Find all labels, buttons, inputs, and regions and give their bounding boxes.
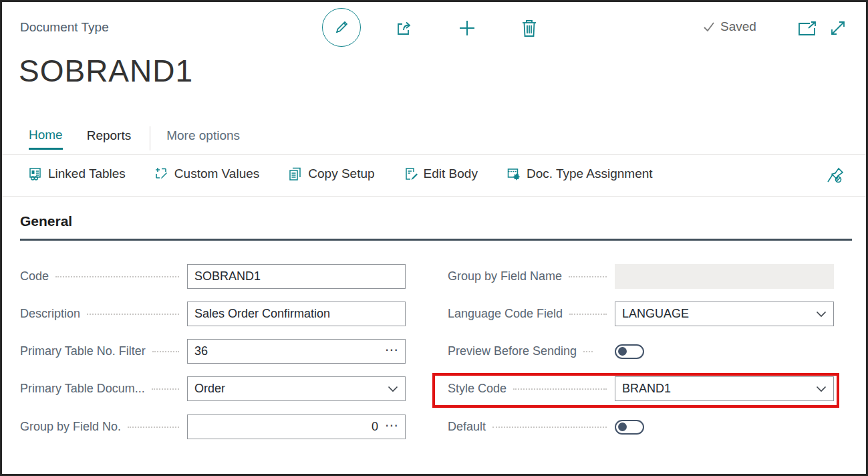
divider-under-tabs xyxy=(2,154,866,155)
section-title-general: General xyxy=(20,213,72,229)
edit-body-label: Edit Body xyxy=(424,166,478,181)
lookup-ellipsis-button[interactable]: ⋯ xyxy=(378,343,398,360)
code-label: Code xyxy=(20,269,49,283)
code-input[interactable] xyxy=(194,269,398,283)
share-icon xyxy=(395,19,414,37)
expand-page-button[interactable] xyxy=(827,17,849,39)
dotted-leader xyxy=(128,427,179,428)
language-code-field-label: Language Code Field xyxy=(448,307,563,321)
toggle-knob xyxy=(618,347,627,356)
chevron-down-icon xyxy=(816,386,827,392)
primary-table-no-filter-input[interactable] xyxy=(194,344,378,358)
delete-button[interactable] xyxy=(519,17,540,39)
custom-values-label: Custom Values xyxy=(174,166,259,181)
primary-table-document-label: Primary Table Docum... xyxy=(20,382,145,396)
edit-body-icon xyxy=(404,167,418,181)
dotted-leader xyxy=(583,351,593,352)
dotted-leader xyxy=(492,427,607,428)
field-row-group-by-field-name: Group by Field Name xyxy=(448,264,834,289)
field-row-style-code: Style Code BRAND1 xyxy=(448,376,834,401)
description-label: Description xyxy=(20,307,80,321)
copy-setup-button[interactable]: Copy Setup xyxy=(289,166,374,181)
linked-tables-button[interactable]: Linked Tables xyxy=(29,166,126,181)
field-row-code: Code xyxy=(20,264,406,289)
document-type-card-page: Document Type SOBRAND1 xyxy=(0,0,868,476)
copy-setup-label: Copy Setup xyxy=(308,166,374,181)
toggle-knob xyxy=(618,423,627,431)
dotted-leader xyxy=(569,276,607,277)
page-caption: Document Type xyxy=(20,20,109,35)
section-title-rule xyxy=(20,239,852,241)
dotted-leader xyxy=(152,388,179,390)
language-code-field-dropdown[interactable]: LANGUAGE xyxy=(615,302,834,326)
field-row-group-by-field-no: Group by Field No. ⋯ xyxy=(20,414,406,439)
preview-before-sending-label: Preview Before Sending xyxy=(448,344,577,358)
action-tabs: Home Reports More options xyxy=(29,126,240,150)
primary-table-no-filter-field[interactable]: ⋯ xyxy=(187,339,406,364)
custom-values-button[interactable]: Custom Values xyxy=(155,166,259,181)
edit-body-button[interactable]: Edit Body xyxy=(404,166,478,181)
description-input[interactable] xyxy=(194,307,398,321)
group-by-field-name-field-disabled xyxy=(615,264,834,289)
chevron-down-icon xyxy=(816,311,827,318)
tab-reports[interactable]: Reports xyxy=(87,128,132,148)
primary-table-document-value: Order xyxy=(194,382,388,396)
popout-icon xyxy=(797,20,817,37)
share-button[interactable] xyxy=(394,17,415,39)
open-in-new-window-button[interactable] xyxy=(797,19,818,38)
trash-icon xyxy=(521,18,538,38)
style-code-dropdown[interactable]: BRAND1 xyxy=(615,376,834,401)
action-bar: Linked Tables Custom Values xyxy=(29,166,653,181)
group-by-field-name-label: Group by Field Name xyxy=(448,269,562,283)
code-field[interactable] xyxy=(187,264,406,289)
doc-type-assignment-label: Doc. Type Assignment xyxy=(527,166,653,181)
field-row-description: Description xyxy=(20,302,406,326)
field-row-primary-table-no-filter: Primary Table No. Filter ⋯ xyxy=(20,339,406,364)
doc-type-assignment-icon xyxy=(507,167,521,181)
dotted-leader xyxy=(55,276,179,277)
plus-icon xyxy=(458,19,476,37)
dotted-leader xyxy=(569,314,607,315)
more-options-button[interactable]: More options xyxy=(166,128,240,148)
default-toggle[interactable] xyxy=(615,420,644,435)
save-status-label: Saved xyxy=(720,19,756,34)
copy-setup-icon xyxy=(289,167,302,181)
preview-before-sending-toggle[interactable] xyxy=(615,344,644,359)
style-code-value: BRAND1 xyxy=(622,382,816,396)
tab-separator xyxy=(150,126,150,150)
unpin-actionbar-button[interactable] xyxy=(825,165,845,188)
primary-table-document-dropdown[interactable]: Order xyxy=(187,376,406,401)
field-row-primary-table-document: Primary Table Docum... Order xyxy=(20,376,406,401)
group-by-field-no-label: Group by Field No. xyxy=(20,420,121,434)
save-status: Saved xyxy=(702,19,756,34)
checkmark-icon xyxy=(702,20,716,33)
primary-table-no-filter-label: Primary Table No. Filter xyxy=(20,344,146,358)
style-code-label: Style Code xyxy=(448,382,507,396)
pencil-icon xyxy=(333,19,350,36)
new-button[interactable] xyxy=(456,17,478,39)
default-label: Default xyxy=(448,420,486,434)
resize-diagonal-icon xyxy=(829,19,847,37)
dotted-leader xyxy=(152,351,179,352)
page-title: SOBRAND1 xyxy=(19,53,193,89)
pin-slash-icon xyxy=(826,166,845,187)
custom-values-icon xyxy=(155,167,168,181)
edit-button[interactable] xyxy=(322,8,361,47)
description-field[interactable] xyxy=(187,302,406,326)
language-code-field-value: LANGUAGE xyxy=(622,307,816,321)
field-row-preview-before-sending: Preview Before Sending xyxy=(448,339,834,364)
linked-tables-label: Linked Tables xyxy=(48,166,126,181)
group-by-field-no-input[interactable] xyxy=(194,420,378,434)
field-row-language-code-field: Language Code Field LANGUAGE xyxy=(448,302,834,326)
group-by-field-no-field[interactable]: ⋯ xyxy=(187,414,406,439)
lookup-ellipsis-button[interactable]: ⋯ xyxy=(378,419,398,436)
divider-under-actionbar xyxy=(2,196,866,197)
chevron-down-icon xyxy=(388,386,398,392)
field-row-default: Default xyxy=(448,414,834,439)
dotted-leader xyxy=(513,388,607,390)
tab-home[interactable]: Home xyxy=(29,128,63,150)
dotted-leader xyxy=(87,314,179,315)
linked-tables-icon xyxy=(29,167,42,181)
doc-type-assignment-button[interactable]: Doc. Type Assignment xyxy=(507,166,653,181)
group-by-field-name-input xyxy=(622,269,827,283)
